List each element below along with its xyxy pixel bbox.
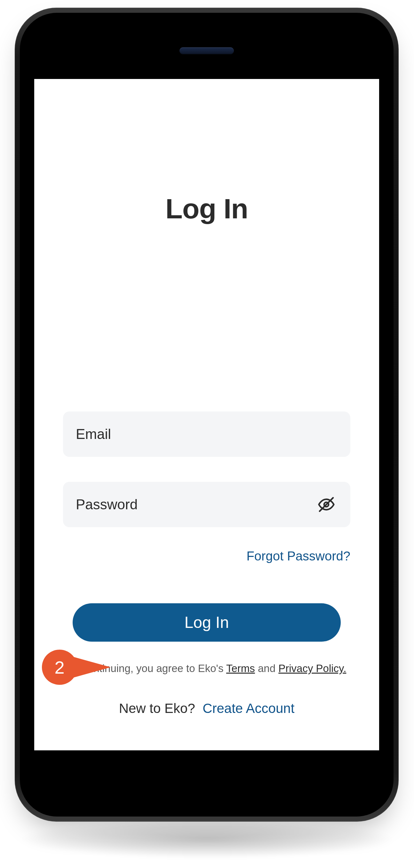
signup-prompt-text: New to Eko? xyxy=(119,701,195,716)
email-field-wrapper[interactable] xyxy=(63,411,350,457)
login-button[interactable]: Log In xyxy=(72,603,341,642)
consent-text: By continuing, you agree to Eko's Terms … xyxy=(63,662,350,675)
consent-mid: and xyxy=(255,662,278,674)
toggle-password-visibility-button[interactable] xyxy=(315,493,337,516)
login-screen: Log In For xyxy=(34,79,379,750)
password-field-wrapper[interactable] xyxy=(63,482,350,527)
forgot-password-link[interactable]: Forgot Password? xyxy=(246,549,350,563)
phone-bezel: Log In For xyxy=(20,13,393,816)
create-account-link[interactable]: Create Account xyxy=(203,701,294,716)
password-field[interactable] xyxy=(76,496,315,513)
consent-prefix: By continuing, you agree to Eko's xyxy=(67,662,226,674)
phone-shadow xyxy=(18,820,396,859)
privacy-link[interactable]: Privacy Policy. xyxy=(278,662,346,674)
email-field[interactable] xyxy=(76,426,337,442)
phone-screen: Log In For xyxy=(34,79,379,750)
signup-prompt: New to Eko? Create Account xyxy=(34,701,379,716)
page-title: Log In xyxy=(34,192,379,225)
phone-speaker xyxy=(179,47,234,54)
terms-link[interactable]: Terms xyxy=(226,662,255,674)
phone-frame: Log In For xyxy=(15,8,398,822)
eye-off-icon xyxy=(317,496,335,514)
